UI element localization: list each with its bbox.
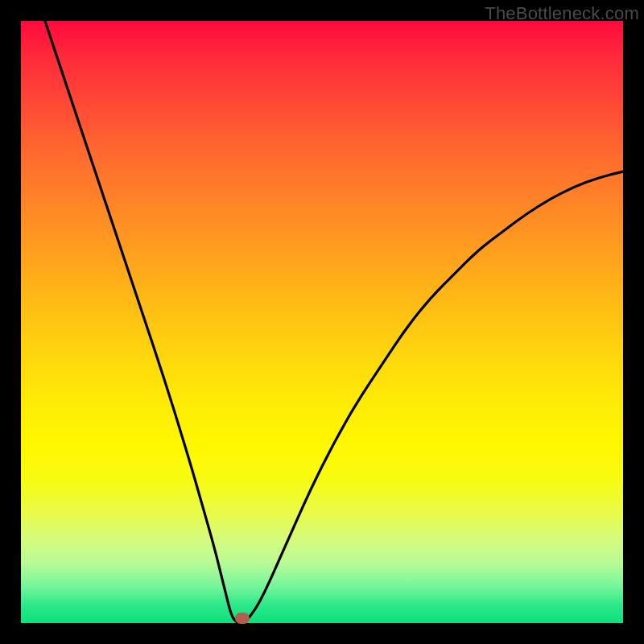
optimal-marker xyxy=(235,613,250,624)
watermark-text: TheBottleneck.com xyxy=(485,3,639,24)
chart-frame xyxy=(21,21,623,623)
bottleneck-curve xyxy=(21,21,623,623)
